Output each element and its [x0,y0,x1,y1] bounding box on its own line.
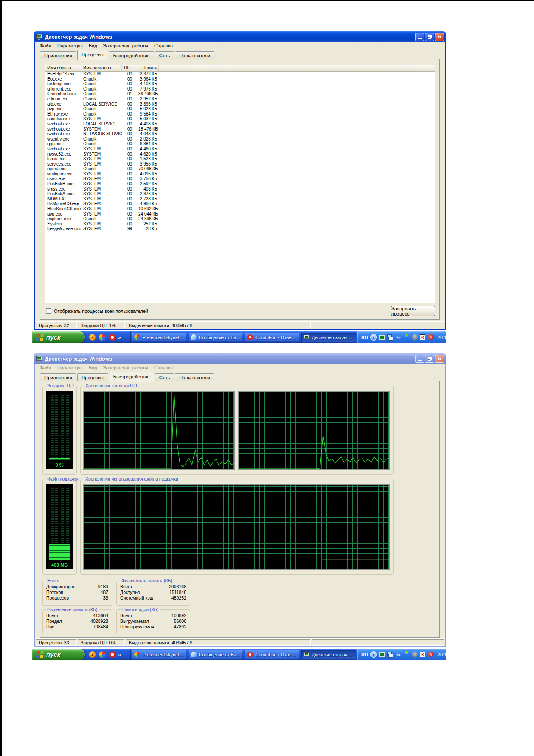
process-row[interactable]: nvsvc32.exe SYSTEM 00 4 620 КБ [45,152,435,157]
bluetooth-icon[interactable]: ᛒ [412,334,418,341]
process-row[interactable]: alg.exe LOCAL SERVICE 00 3 396 КБ [45,102,435,107]
process-row[interactable]: svchost.exe LOCAL SERVICE 00 4 408 КБ [45,122,435,127]
menu-item[interactable]: Справка [151,365,176,370]
taskbar-button-commfort[interactable]: CommFort • Ответ... [245,650,299,659]
process-row[interactable]: BlueSoleilCS.exe SYSTEM 00 10 692 КБ [45,206,435,212]
minimize-button[interactable] [415,355,424,363]
taskbar-button-message[interactable]: Сообщение от BaN... [189,333,243,342]
menu-item[interactable]: Файл [37,365,54,370]
menu-item[interactable]: Файл [37,43,54,48]
close-button[interactable]: × [435,355,444,363]
taskbar-button-pretendent[interactable]: Pretendent.skynet.... [132,333,186,342]
language-indicator[interactable]: RU [361,335,368,340]
menu-item[interactable]: Вид [86,365,100,370]
tray-collapse-icon[interactable]: ‹ [370,651,377,658]
pen-tablet-icon[interactable]: ✎ [394,333,402,341]
kaspersky-icon[interactable]: K [420,334,425,340]
process-row[interactable]: ctfmon.exe Chudik 00 2 952 КБ [45,97,435,102]
network-connection-icon[interactable] [387,334,393,341]
process-row[interactable]: csrss.exe SYSTEM 00 3 756 КБ [45,176,435,181]
process-row[interactable]: Бездействие сис... SYSTEM 99 28 КБ [45,226,435,231]
overflow-chevron-icon[interactable]: » [118,334,121,341]
taskbar-button-message[interactable]: Сообщение от BaN... [189,650,243,659]
process-row[interactable]: smss.exe SYSTEM 00 408 КБ [45,187,435,192]
clock[interactable]: 20:11 [438,652,446,657]
start-button[interactable]: пуск [32,649,85,660]
browser-icon[interactable] [99,334,106,341]
taskbar-button-task-manager[interactable]: Диспетчер задач ... [301,333,356,342]
process-row[interactable]: CommFort.exe Chudik 01 86 496 КБ [45,91,435,97]
daemon-tools-icon[interactable]: ▲ [89,334,96,341]
tab-performance[interactable]: Быстродействие [109,51,154,59]
start-button[interactable]: пуск [32,331,85,343]
tab-performance[interactable]: Быстродействие [109,372,154,382]
tab-users[interactable]: Пользователи [175,51,214,59]
language-indicator[interactable]: RU [361,652,368,657]
process-row[interactable]: PnkBstrA.exe SYSTEM 00 2 376 КБ [45,191,435,197]
bluetooth-icon[interactable]: ᛒ [412,652,418,658]
antivirus-shield-icon[interactable]: v [428,652,434,658]
process-row[interactable]: svchost.exe SYSTEM 00 4 460 КБ [45,147,435,152]
opera-icon[interactable] [109,334,115,341]
window1-titlebar[interactable]: Диспетчер задач Windows × [34,31,446,42]
taskbar-button-pretendent[interactable]: Pretendent.skynet.... [132,650,186,659]
process-row[interactable]: lsass.exe SYSTEM 00 1 528 КБ [45,156,435,162]
process-row[interactable]: avp.exe SYSTEM 00 24 044 КБ [45,212,435,217]
tray-collapse-icon[interactable]: ‹ [370,334,377,341]
process-row[interactable]: svchost.exe NETWORK SERVICE 00 4 048 КБ [45,131,435,137]
restore-button[interactable] [425,33,434,41]
menu-item[interactable]: Справка [151,43,176,48]
pen-tablet-icon[interactable]: ✎ [394,650,402,659]
tab-network[interactable]: Сеть [155,373,174,381]
show-all-users-checkbox[interactable] [46,308,51,314]
tab-users[interactable]: Пользователи [175,373,214,381]
process-row[interactable]: winlogon.exe SYSTEM 00 4 096 КБ [45,172,435,177]
tab-applications[interactable]: Приложения [40,373,76,381]
column-header-memory[interactable]: Память [136,65,159,71]
process-row[interactable]: BtTray.exe Chudik 00 9 584 КБ [45,112,435,117]
process-row[interactable]: uTorrent.exe Chudik 00 7 976 КБ [45,87,435,92]
taskbar-button-task-manager[interactable]: Диспетчер задач ... [301,650,356,659]
network-connection-icon[interactable] [387,652,393,658]
display-settings-icon[interactable] [379,652,385,657]
process-row[interactable]: spoolsv.exe SYSTEM 00 5 032 КБ [45,116,435,122]
menu-item[interactable]: Параметры [54,43,86,48]
process-row[interactable]: svchost.exe SYSTEM 00 18 476 КБ [45,127,435,132]
flower-utility-icon[interactable]: * [404,334,410,340]
menu-item[interactable]: Вид [86,43,100,48]
process-row[interactable]: explorer.exe Chudik 00 24 896 КБ [45,216,435,222]
kaspersky-icon[interactable]: K [420,652,425,657]
menu-item[interactable]: Параметры [54,365,86,370]
process-row[interactable]: taskmgr.exe Chudik 00 4 108 КБ [45,81,435,87]
process-row[interactable]: wscntfy.exe Chudik 00 2 028 КБ [45,137,435,142]
process-row[interactable]: BsHelpCS.exe SYSTEM 00 2 372 КБ [45,72,435,77]
tab-network[interactable]: Сеть [155,51,174,59]
tab-applications[interactable]: Приложения [40,51,76,59]
process-row[interactable]: PnkBstrB.exe SYSTEM 00 2 592 КБ [45,181,435,187]
process-row[interactable]: avp.exe Chudik 00 5 028 КБ [45,106,435,112]
process-row[interactable]: qip.exe Chudik 00 6 384 КБ [45,141,435,147]
restore-button[interactable] [425,355,434,363]
antivirus-shield-icon[interactable]: v [428,334,434,341]
column-header-user-name[interactable]: Имя пользоват... [81,65,122,71]
menu-item[interactable]: Завершение работы [100,43,151,48]
end-process-button[interactable]: Завершить процесс [391,306,435,316]
overflow-chevron-icon[interactable]: » [118,652,121,658]
process-row[interactable]: Bot.exe Chudik 00 3 964 КБ [45,77,435,82]
clock[interactable]: 20:10 [438,335,446,340]
tab-processes[interactable]: Процессы [77,50,108,60]
menu-item[interactable]: Завершение работы [100,365,151,370]
process-row[interactable]: BsMobileCS.exe SYSTEM 00 4 980 КБ [45,201,435,206]
daemon-tools-icon[interactable]: ▲ [89,651,96,658]
process-row[interactable]: MDM.EXE SYSTEM 00 2 728 КБ [45,197,435,202]
process-row[interactable]: services.exe SYSTEM 00 3 956 КБ [45,162,435,167]
close-button[interactable]: × [435,33,444,41]
taskbar-button-commfort[interactable]: CommFort • Ответ... [245,333,299,342]
opera-icon[interactable] [109,651,115,658]
flower-utility-icon[interactable]: * [404,651,410,657]
browser-icon[interactable] [99,651,106,658]
tab-processes[interactable]: Процессы [77,373,108,381]
column-header-image-name[interactable]: Имя образа [45,65,81,71]
display-settings-icon[interactable] [379,335,385,340]
process-row[interactable]: opera.exe Chudik 00 70 068 КБ [45,166,435,172]
